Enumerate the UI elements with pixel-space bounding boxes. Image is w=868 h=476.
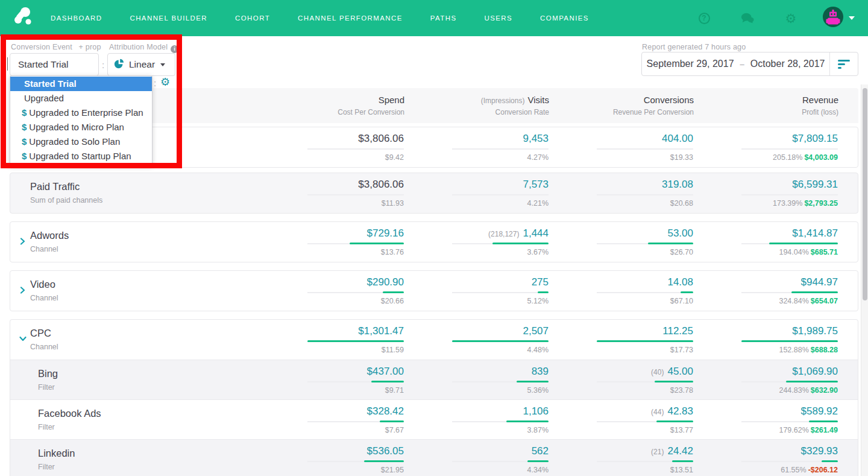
attribution-model-label: Attribution Modeli: [109, 43, 178, 53]
nav-item-channel-builder[interactable]: CHANNEL BUILDER: [130, 14, 207, 22]
spend-cell: $437.00 $9.71: [307, 360, 404, 399]
conversions-cell: (21)24.42 $13.51: [597, 440, 693, 476]
date-range-picker[interactable]: September 29, 2017 – October 28, 2017: [641, 52, 858, 76]
revenue-cell: $329.93 61.55%-$206.12: [741, 440, 838, 476]
visits-cell: 275 5.12%: [452, 271, 549, 311]
revenue-cell: $1,069.90 244.83%$632.90: [741, 360, 838, 399]
header-conversions: Conversions Revenue Per Conversion: [597, 88, 694, 123]
profit-value: $4,003.09: [804, 153, 838, 162]
spend-cell: $536.05 $21.95: [307, 440, 404, 476]
visits-cell: (218,127)1,444 3.67%: [452, 222, 549, 262]
attribution-model-select[interactable]: Linear: [107, 53, 175, 76]
table-row[interactable]: Facebook Ads Filter $328.42 $7.67 1,106 …: [10, 399, 858, 439]
revenue-cell: $7,809.15 205.18%$4,003.09: [741, 127, 838, 167]
visits-cell: 2,507 4.48%: [452, 320, 549, 360]
conversions-cell: 53.00 $26.70: [597, 222, 693, 262]
profit-value: $2,793.25: [804, 199, 838, 208]
spend-cell: $3,806.06 $9.42: [307, 127, 404, 167]
table-row[interactable]: Paid Traffic Sum of paid channels $3,806…: [10, 173, 858, 214]
dropdown-option-started-trial[interactable]: Started Trial: [10, 77, 152, 91]
pie-chart-icon: [114, 59, 124, 71]
profit-value: -$206.12: [808, 466, 838, 474]
date-end: October 28, 2017: [750, 59, 825, 69]
top-nav: DASHBOARD CHANNEL BUILDER COHORT CHANNEL…: [0, 0, 868, 36]
dropdown-option-upgraded[interactable]: Upgraded: [10, 91, 152, 106]
app-logo-icon[interactable]: [13, 6, 34, 30]
conversions-cell: 112.25 $17.73: [597, 320, 693, 360]
conversions-cell: 404.00 $19.33: [597, 127, 693, 167]
nav-item-users[interactable]: USERS: [484, 14, 512, 22]
visits-cell: 9,453 4.27%: [452, 127, 549, 167]
select-caret-icon: [160, 63, 165, 66]
date-start: September 29, 2017: [647, 59, 734, 69]
dropdown-option-upgraded-solo[interactable]: $Upgraded to Solo Plan: [10, 135, 152, 149]
user-menu[interactable]: [823, 7, 855, 30]
table-row[interactable]: Bing Filter $437.00 $9.71 839 5.36% (40)…: [10, 360, 858, 399]
text-caret: [7, 57, 8, 71]
scrollbar-thumb[interactable]: [863, 88, 867, 300]
controls-colon: :: [102, 60, 104, 70]
help-icon[interactable]: ?: [697, 11, 711, 25]
chevron-right-icon[interactable]: [19, 287, 26, 294]
nav-item-cohort[interactable]: COHORT: [235, 14, 270, 22]
info-icon[interactable]: i: [171, 45, 178, 53]
profit-value: $261.49: [811, 426, 838, 434]
conversions-cell: (40)45.00 $23.78: [597, 360, 693, 399]
revenue-cell: $1,989.75 152.88%$688.28: [741, 320, 838, 360]
conversions-cell: 14.08 $67.10: [597, 271, 693, 311]
visits-cell: 7,573 4.21%: [452, 173, 549, 213]
visits-cell: 562 4.34%: [452, 440, 549, 476]
settings-gear-icon[interactable]: ⚙: [784, 11, 797, 25]
conversion-event-label: Conversion Event + prop: [11, 43, 101, 51]
add-prop-link[interactable]: + prop: [79, 43, 101, 51]
chevron-down-icon[interactable]: [19, 335, 27, 342]
spend-cell: $3,806.06 $11.93: [307, 173, 404, 213]
conversions-cell: 319.08 $20.68: [597, 173, 693, 213]
chat-icon[interactable]: [741, 11, 754, 25]
chevron-right-icon[interactable]: [19, 238, 26, 245]
revenue-cell: $944.97 324.84%$654.07: [741, 271, 838, 311]
avatar: [823, 7, 843, 30]
visits-cell: 1,106 3.87%: [452, 400, 549, 439]
nav-item-channel-performance[interactable]: CHANNEL PERFORMANCE: [298, 14, 403, 22]
revenue-cell: $1,414.87 194.04%$685.71: [741, 222, 838, 262]
dropdown-option-upgraded-enterprise[interactable]: $Upgraded to Enterprise Plan: [10, 106, 152, 120]
report-generated-label: Report generated 7 hours ago: [642, 43, 746, 51]
table-row[interactable]: Adwords Channel $729.16 $13.76 (218,127)…: [10, 221, 858, 262]
header-revenue: Revenue Profit (loss): [742, 88, 838, 123]
revenue-cell: $6,599.31 173.39%$2,793.25: [741, 173, 838, 213]
dropdown-option-upgraded-micro[interactable]: $Upgraded to Micro Plan: [10, 120, 152, 135]
conversions-cell: (44)42.83 $13.77: [597, 400, 693, 439]
nav-item-companies[interactable]: COMPANIES: [540, 14, 589, 22]
profit-value: $685.71: [811, 248, 838, 256]
scrollbar-track[interactable]: [861, 84, 868, 476]
attribution-model-value: Linear: [129, 59, 155, 70]
spend-cell: $290.90 $20.66: [307, 271, 404, 311]
conversion-event-input[interactable]: [10, 53, 99, 76]
nav-item-paths[interactable]: PATHS: [430, 14, 457, 22]
header-spend: Spend Cost Per Conversion: [308, 88, 404, 123]
date-separator: –: [740, 60, 744, 69]
profit-value: $632.90: [811, 386, 838, 395]
nav-item-dashboard[interactable]: DASHBOARD: [51, 14, 102, 22]
header-visits: (Impressions)Visits Conversion Rate: [453, 88, 549, 123]
table-row[interactable]: CPC Channel $1,301.47 $11.59 2,507 4.48%…: [10, 320, 858, 360]
dropdown-option-upgraded-startup[interactable]: $Upgraded to Startup Plan: [10, 149, 152, 163]
profit-value: $688.28: [811, 346, 838, 354]
channel-group: CPC Channel $1,301.47 $11.59 2,507 4.48%…: [10, 319, 858, 476]
secondary-colon: :: [154, 78, 156, 88]
profit-value: $654.07: [811, 297, 838, 305]
spend-cell: $328.42 $7.67: [307, 400, 404, 439]
filter-sort-icon[interactable]: [830, 52, 858, 75]
spend-cell: $729.16 $13.76: [307, 222, 404, 262]
event-settings-gear-icon[interactable]: ⚙: [160, 75, 170, 89]
table-row[interactable]: Linkedin Filter $536.05 $21.95 562 4.34%…: [10, 439, 858, 476]
revenue-cell: $589.92 179.62%$261.49: [741, 400, 838, 439]
conversion-event-dropdown: Started Trial Upgraded $Upgraded to Ente…: [10, 75, 153, 166]
chevron-down-icon: [849, 16, 855, 20]
visits-cell: 839 5.36%: [452, 360, 549, 399]
table-row[interactable]: Video Channel $290.90 $20.66 275 5.12% 1…: [10, 270, 858, 311]
spend-cell: $1,301.47 $11.59: [307, 320, 404, 360]
